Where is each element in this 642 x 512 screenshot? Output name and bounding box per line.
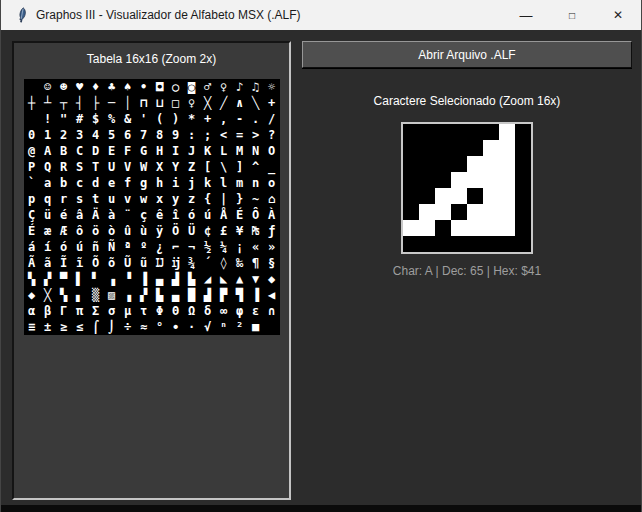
char-cell[interactable]: ≥ [56, 319, 72, 335]
char-cell[interactable]: ○ [168, 79, 184, 95]
char-cell[interactable]: F [120, 143, 136, 159]
char-cell[interactable]: ┬ [56, 95, 72, 111]
char-cell[interactable]: ∞ [216, 303, 232, 319]
char-cell[interactable]: . [248, 111, 264, 127]
char-cell[interactable]: ã [40, 255, 56, 271]
char-cell[interactable]: ú [72, 239, 88, 255]
char-cell[interactable]: ‰ [232, 255, 248, 271]
char-cell[interactable]: ô [72, 223, 88, 239]
char-cell[interactable]: r [56, 191, 72, 207]
char-cell[interactable]: · [184, 319, 200, 335]
char-cell[interactable]: ∧ [232, 95, 248, 111]
char-cell[interactable]: < [216, 127, 232, 143]
char-cell[interactable]: ú [200, 207, 216, 223]
char-cell[interactable]: ⁿ [216, 319, 232, 335]
char-cell[interactable]: § [264, 255, 280, 271]
char-cell[interactable]: ▌ [72, 271, 88, 287]
char-cell[interactable]: ° [152, 319, 168, 335]
char-cell[interactable]: N [248, 143, 264, 159]
char-cell[interactable]: î [168, 207, 184, 223]
char-cell[interactable]: w [136, 191, 152, 207]
char-cell[interactable]: g [136, 175, 152, 191]
char-cell[interactable]: ◘ [152, 79, 168, 95]
char-cell[interactable]: ▚ [56, 287, 72, 303]
char-cell[interactable]: ê [152, 207, 168, 223]
char-cell[interactable]: l [216, 175, 232, 191]
char-cell[interactable]: õ [104, 255, 120, 271]
char-cell[interactable]: ĳ [168, 255, 184, 271]
char-cell[interactable]: / [264, 111, 280, 127]
char-cell[interactable]: k [200, 175, 216, 191]
char-cell[interactable]: ≤ [72, 319, 88, 335]
char-cell[interactable]: d [88, 175, 104, 191]
char-cell[interactable] [264, 319, 280, 335]
char-cell[interactable]: │ [120, 95, 136, 111]
char-cell[interactable]: ▨ [104, 287, 120, 303]
char-cell[interactable]: > [248, 127, 264, 143]
char-cell[interactable]: ▟ [200, 287, 216, 303]
char-cell[interactable]: ♀ [216, 79, 232, 95]
char-cell[interactable]: ĩ [72, 255, 88, 271]
char-cell[interactable]: ¡ [232, 239, 248, 255]
char-cell[interactable]: Æ [56, 223, 72, 239]
char-cell[interactable]: ¾ [184, 255, 200, 271]
char-cell[interactable]: ⌂ [264, 191, 280, 207]
char-cell[interactable]: ▀ [56, 271, 72, 287]
char-cell[interactable]: R [56, 159, 72, 175]
char-cell[interactable]: s [72, 191, 88, 207]
char-cell[interactable]: â [72, 207, 88, 223]
char-cell[interactable]: e [104, 175, 120, 191]
char-cell[interactable]: o [264, 175, 280, 191]
char-cell[interactable]: @ [24, 143, 40, 159]
char-cell[interactable]: ª [120, 239, 136, 255]
char-cell[interactable]: ▐ [136, 271, 152, 287]
char-cell[interactable]: + [264, 95, 280, 111]
char-cell[interactable]: « [248, 239, 264, 255]
char-cell[interactable]: I [168, 143, 184, 159]
char-cell[interactable]: 9 [168, 127, 184, 143]
char-cell[interactable]: ■ [248, 319, 264, 335]
close-button[interactable]: ✕ [595, 0, 641, 30]
char-cell[interactable]: ☻ [56, 79, 72, 95]
char-cell[interactable]: » [264, 239, 280, 255]
char-cell[interactable]: µ [120, 303, 136, 319]
char-cell[interactable]: ¢ [200, 223, 216, 239]
char-cell[interactable]: ² [232, 319, 248, 335]
char-cell[interactable]: Q [40, 159, 56, 175]
char-cell[interactable]: ▄ [152, 271, 168, 287]
char-cell[interactable]: δ [200, 303, 216, 319]
char-cell[interactable]: ╲ [248, 95, 264, 111]
char-cell[interactable]: Ö [168, 223, 184, 239]
char-cell[interactable]: q [40, 191, 56, 207]
char-cell[interactable]: ◆ [24, 287, 40, 303]
char-cell[interactable]: O [264, 143, 280, 159]
char-cell[interactable]: í [40, 239, 56, 255]
char-cell[interactable]: p [24, 191, 40, 207]
char-cell[interactable]: ☺ [40, 79, 56, 95]
char-cell[interactable] [24, 79, 40, 95]
char-cell[interactable]: σ [104, 303, 120, 319]
char-cell[interactable]: Φ [152, 303, 168, 319]
char-cell[interactable]: ± [40, 319, 56, 335]
char-cell[interactable]: ñ [88, 239, 104, 255]
char-cell[interactable]: ¬ [184, 239, 200, 255]
char-cell[interactable]: 0 [24, 127, 40, 143]
char-cell[interactable]: ¨ [120, 207, 136, 223]
char-cell[interactable]: ¶ [248, 255, 264, 271]
char-cell[interactable]: Ô [248, 207, 264, 223]
char-cell[interactable]: ♂ [200, 79, 216, 95]
char-cell[interactable]: ▘ [88, 271, 104, 287]
char-cell[interactable]: W [136, 159, 152, 175]
char-cell[interactable]: ' [136, 111, 152, 127]
char-cell[interactable]: ◙ [184, 79, 200, 95]
char-cell[interactable]: ─ [104, 95, 120, 111]
char-cell[interactable]: ♠ [120, 79, 136, 95]
char-cell[interactable] [24, 111, 40, 127]
char-cell[interactable]: ⌠ [88, 319, 104, 335]
char-cell[interactable]: ♦ [88, 79, 104, 95]
char-cell[interactable]: φ [232, 303, 248, 319]
char-cell[interactable]: ⌐ [168, 239, 184, 255]
char-cell[interactable]: ö [88, 223, 104, 239]
char-cell[interactable]: t [88, 191, 104, 207]
char-cell[interactable]: û [120, 223, 136, 239]
